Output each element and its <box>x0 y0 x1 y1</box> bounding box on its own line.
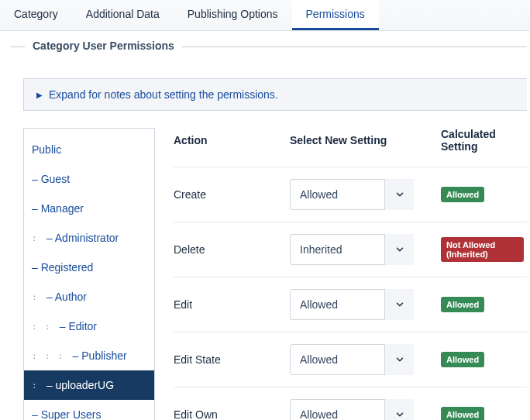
chevron-down-icon <box>384 344 414 375</box>
status-badge: Not Allowed (Inherited) <box>441 237 524 262</box>
chevron-down-icon <box>384 289 414 320</box>
user-group-tree: Public – Guest – Manager : – Administrat… <box>23 128 155 420</box>
tab-publishing-options[interactable]: Publishing Options <box>174 0 292 30</box>
permissions-fieldset: Category User Permissions ▶ Expand for n… <box>11 46 527 420</box>
group-public[interactable]: Public <box>24 135 154 164</box>
table-row: Delete Inherited Not Allowed (Inherited) <box>174 222 527 277</box>
status-badge: Allowed <box>441 297 484 312</box>
fieldset-legend: Category User Permissions <box>25 40 182 52</box>
header-calculated: Calculated Setting <box>441 128 527 167</box>
status-badge: Allowed <box>441 187 484 202</box>
action-cell: Edit <box>174 277 290 332</box>
table-row: Edit Own Allowed Allowed <box>174 387 527 421</box>
group-superusers[interactable]: – Super Users <box>24 400 154 420</box>
triangle-right-icon: ▶ <box>36 91 43 99</box>
table-row: Edit Allowed Allowed <box>174 277 527 332</box>
header-select: Select New Setting <box>290 128 441 167</box>
group-editor[interactable]: : : – Editor <box>24 312 154 341</box>
action-cell: Edit State <box>174 332 290 387</box>
expand-notes-text: Expand for notes about setting the permi… <box>49 88 278 101</box>
chevron-down-icon <box>384 399 414 420</box>
group-uploaderug[interactable]: : – uploaderUG <box>24 370 154 400</box>
setting-select-delete[interactable]: Inherited <box>290 234 414 265</box>
tab-additional-data[interactable]: Additional Data <box>72 0 174 30</box>
setting-select-edit[interactable]: Allowed <box>290 289 414 320</box>
group-guest[interactable]: – Guest <box>24 164 154 194</box>
status-badge: Allowed <box>441 407 484 420</box>
tab-bar: Category Additional Data Publishing Opti… <box>0 0 530 31</box>
tab-category[interactable]: Category <box>0 0 72 30</box>
setting-select-create[interactable]: Allowed <box>290 179 414 210</box>
action-cell: Edit Own <box>174 387 290 421</box>
status-badge: Allowed <box>441 352 484 367</box>
action-cell: Create <box>174 167 290 222</box>
group-manager[interactable]: – Manager <box>24 194 154 223</box>
group-registered[interactable]: – Registered <box>24 253 154 282</box>
group-administrator[interactable]: : – Administrator <box>24 223 154 253</box>
group-author[interactable]: : – Author <box>24 282 154 312</box>
action-cell: Delete <box>174 222 290 277</box>
permissions-table: Action Select New Setting Calculated Set… <box>174 128 527 420</box>
table-row: Create Allowed Allowed <box>174 167 527 222</box>
setting-select-edit_state[interactable]: Allowed <box>290 344 414 375</box>
tab-permissions[interactable]: Permissions <box>292 0 379 30</box>
group-publisher[interactable]: : : : – Publisher <box>24 341 154 370</box>
expand-notes-bar[interactable]: ▶ Expand for notes about setting the per… <box>23 78 527 111</box>
chevron-down-icon <box>384 234 414 265</box>
setting-select-edit_own[interactable]: Allowed <box>290 399 414 420</box>
table-row: Edit State Allowed Allowed <box>174 332 527 387</box>
header-action: Action <box>174 128 290 167</box>
chevron-down-icon <box>384 179 414 210</box>
